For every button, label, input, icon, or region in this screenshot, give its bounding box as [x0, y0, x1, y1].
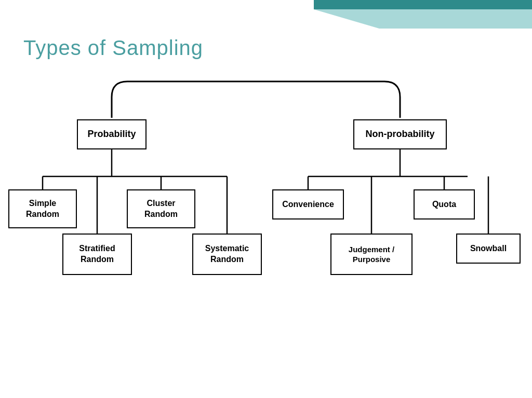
judgement-box: Judgement / Purposive — [330, 234, 413, 275]
connector-svg — [0, 75, 532, 366]
top-brace — [112, 81, 400, 118]
cluster-random-label: Cluster Random — [144, 198, 178, 220]
corner-accent — [314, 0, 532, 29]
convenience-label: Convenience — [282, 199, 334, 210]
cluster-random-box: Cluster Random — [127, 189, 195, 228]
simple-random-label: Simple Random — [26, 198, 59, 220]
snowball-box: Snowball — [456, 234, 521, 264]
page-title: Types of Sampling — [23, 36, 203, 60]
nonprobability-label: Non-probability — [366, 128, 435, 140]
nonprobability-box: Non-probability — [353, 119, 447, 149]
teal-bar — [314, 0, 532, 9]
quota-box: Quota — [414, 189, 475, 219]
probability-label: Probability — [87, 128, 136, 140]
simple-random-box: Simple Random — [8, 189, 77, 228]
probability-box: Probability — [77, 119, 147, 149]
systematic-random-box: Systematic Random — [192, 234, 262, 275]
convenience-box: Convenience — [272, 189, 344, 219]
quota-label: Quota — [432, 199, 456, 210]
light-teal-bar — [314, 9, 532, 29]
judgement-label: Judgement / Purposive — [349, 244, 394, 265]
stratified-random-box: Stratified Random — [62, 234, 132, 275]
stratified-random-label: Stratified Random — [79, 243, 115, 265]
systematic-random-label: Systematic Random — [205, 243, 249, 265]
diagram: Probability Non-probability Simple Rando… — [0, 75, 532, 366]
snowball-label: Snowball — [470, 243, 507, 254]
